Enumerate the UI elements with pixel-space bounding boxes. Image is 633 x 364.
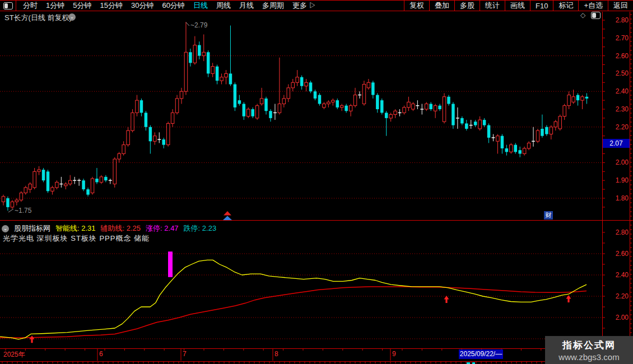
period-tabs: 分时1分钟5分钟15分钟30分钟60分钟日线周线月线多周期更多 ▷ bbox=[16, 1, 323, 11]
period-tab-月线[interactable]: 月线 bbox=[239, 1, 254, 11]
indicator-header: ⌄ 股朋指标网 智能线: 2.31辅助线: 2.25涨停: 2.47跌停: 2.… bbox=[2, 223, 216, 234]
stock-boards-label: 光学光电 深圳板块 ST板块 PPP概念 储能 bbox=[3, 234, 150, 244]
indicator-axis-label: 2.00 bbox=[604, 314, 629, 321]
indicator-axis-label: 2.40 bbox=[604, 271, 629, 279]
price-axis-label: 2.40 bbox=[604, 87, 629, 95]
finance-report-badge[interactable]: 财 bbox=[544, 211, 553, 220]
indicator-axis-label: 2.20 bbox=[604, 292, 629, 300]
indicator-readout: 辅助线: 2.25 bbox=[101, 223, 141, 234]
main-chart-area[interactable] bbox=[0, 12, 602, 220]
indicator-readout: 涨停: 2.47 bbox=[146, 223, 179, 234]
action-统计[interactable]: 统计 bbox=[480, 1, 505, 11]
period-tab-更多 ▷[interactable]: 更多 ▷ bbox=[292, 1, 316, 11]
axis-month-label: 6 bbox=[99, 350, 103, 358]
period-tab-15分钟[interactable]: 15分钟 bbox=[100, 1, 122, 11]
period-tab-5分钟[interactable]: 5分钟 bbox=[73, 1, 91, 11]
chevron-down-icon[interactable]: ⌄ bbox=[68, 13, 76, 21]
price-axis-label: 2.80 bbox=[604, 16, 629, 24]
top-bar: 分时1分钟5分钟15分钟30分钟60分钟日线周线月线多周期更多 ▷ 复权叠加多股… bbox=[0, 0, 633, 11]
axis-month-label: 9 bbox=[392, 350, 396, 358]
split-screen-icon bbox=[3, 2, 13, 10]
chevron-down-icon[interactable]: ⌄ bbox=[2, 225, 9, 232]
period-tab-30分钟[interactable]: 30分钟 bbox=[131, 1, 153, 11]
period-tab-分时[interactable]: 分时 bbox=[23, 1, 38, 11]
action-复权[interactable]: 复权 bbox=[404, 1, 429, 11]
indicator-source-label: 股朋指标网 bbox=[14, 223, 50, 234]
price-axis-label: 2.50 bbox=[604, 69, 629, 77]
action-画线[interactable]: 画线 bbox=[505, 1, 530, 11]
price-axis-label: 1.90 bbox=[604, 176, 629, 184]
action-标记[interactable]: 标记 bbox=[553, 1, 578, 11]
high-price-annotation: ~2.79 bbox=[190, 21, 207, 29]
split-screen-icon[interactable] bbox=[591, 12, 601, 19]
watermark-url: www.zbgs3.com bbox=[545, 352, 633, 362]
price-axis-label: 2.60 bbox=[604, 52, 629, 60]
action-F10[interactable]: F10 bbox=[530, 1, 553, 11]
price-axis-label: 1.80 bbox=[604, 194, 629, 202]
period-tab-日线[interactable]: 日线 bbox=[193, 1, 208, 11]
indicator-chart-area[interactable] bbox=[0, 243, 602, 347]
indicator-readout: 智能线: 2.31 bbox=[55, 223, 96, 234]
layout-toggle-button[interactable] bbox=[0, 1, 16, 11]
selected-date-tag: 2025/09/22/— bbox=[459, 349, 503, 359]
period-tab-60分钟[interactable]: 60分钟 bbox=[162, 1, 184, 11]
action-返回[interactable]: 返回 bbox=[608, 1, 633, 11]
axis-year-label: 2025年 bbox=[3, 350, 25, 360]
indicator-axis-label: 2.80 bbox=[604, 228, 629, 236]
app-window: 分时1分钟5分钟15分钟30分钟60分钟日线周线月线多周期更多 ▷ 复权叠加多股… bbox=[0, 0, 633, 364]
action-多股[interactable]: 多股 bbox=[454, 1, 480, 11]
current-price-tag: 2.07 bbox=[603, 139, 630, 148]
action-+自选[interactable]: +自选 bbox=[578, 1, 608, 11]
watermark-title: 指标公式网 bbox=[545, 339, 633, 352]
toolbar-actions: 复权叠加多股统计画线F10标记+自选返回 bbox=[404, 1, 633, 11]
price-axis-label: 2.00 bbox=[604, 158, 629, 166]
axis-month-label: 7 bbox=[183, 350, 187, 358]
period-tab-多周期[interactable]: 多周期 bbox=[262, 1, 284, 11]
period-tab-1分钟[interactable]: 1分钟 bbox=[46, 1, 64, 11]
action-叠加[interactable]: 叠加 bbox=[429, 1, 454, 11]
indicator-readout: 跌停: 2.23 bbox=[184, 223, 217, 234]
watermark: 指标公式网 www.zbgs3.com bbox=[545, 336, 633, 364]
indicator-axis-label: 2.60 bbox=[604, 250, 629, 258]
axis-month-label: 8 bbox=[274, 350, 278, 358]
draw-tool-icon[interactable]: ◇ bbox=[580, 11, 585, 19]
price-axis-label: 2.30 bbox=[604, 105, 629, 113]
low-price-annotation: ~1.75 bbox=[15, 207, 31, 214]
period-tab-周线[interactable]: 周线 bbox=[216, 1, 231, 11]
price-axis-label: 2.20 bbox=[604, 123, 629, 131]
price-axis-label: 2.70 bbox=[604, 34, 629, 42]
chart-title: ST长方(日线 前复权) bbox=[4, 13, 72, 23]
